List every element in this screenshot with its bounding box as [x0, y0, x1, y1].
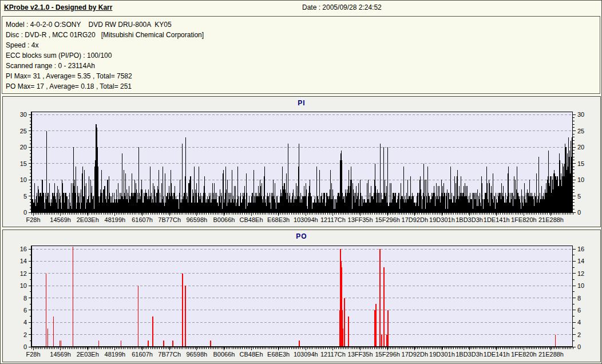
- svg-text:10: 10: [20, 176, 27, 183]
- svg-text:1FE820h: 1FE820h: [511, 216, 537, 223]
- svg-text:1DE141h: 1DE141h: [484, 351, 510, 358]
- svg-text:30: 30: [20, 111, 27, 118]
- pi-chart-svg: 051015202530051015202530F28h14569h2E03Eh…: [3, 97, 600, 227]
- svg-text:30: 30: [577, 111, 584, 118]
- svg-text:15: 15: [577, 160, 584, 167]
- info-scanned-range: Scanned range : 0 - 23114Ah: [6, 61, 95, 71]
- svg-text:15F296h: 15F296h: [375, 216, 399, 223]
- svg-text:21E288h: 21E288h: [538, 216, 564, 223]
- svg-text:E68E3h: E68E3h: [267, 351, 290, 358]
- info-po-summary: PO Max= 17 , Average= 0.18 , Total= 251: [6, 81, 132, 92]
- svg-text:19D301h: 19D301h: [429, 216, 455, 223]
- svg-text:16: 16: [577, 246, 584, 252]
- svg-text:19D301h: 19D301h: [429, 351, 455, 358]
- po-chart-panel: 02468101214160246810121416F28h14569h2E03…: [2, 230, 601, 362]
- kprobe-window: KProbe v2.1.0 - Designed by Karr Date : …: [0, 0, 602, 364]
- svg-text:F28h: F28h: [26, 351, 40, 358]
- svg-text:1FE820h: 1FE820h: [511, 351, 537, 358]
- svg-text:21E288h: 21E288h: [538, 351, 564, 358]
- svg-text:17D92Dh: 17D92Dh: [402, 351, 428, 358]
- svg-text:61607h: 61607h: [132, 216, 153, 223]
- po-chart-svg: 02468101214160246810121416F28h14569h2E03…: [3, 230, 600, 362]
- svg-text:0: 0: [23, 343, 27, 350]
- svg-text:12: 12: [577, 270, 584, 277]
- svg-text:96598h: 96598h: [186, 216, 207, 223]
- app-title: KProbe v2.1.0 - Designed by Karr: [4, 3, 112, 11]
- svg-text:2E03Eh: 2E03Eh: [77, 216, 99, 223]
- svg-text:10: 10: [577, 282, 584, 289]
- svg-text:12117Ch: 12117Ch: [320, 351, 346, 358]
- svg-text:B0066h: B0066h: [213, 216, 235, 223]
- pi-y-axis-labels-right: 051015202530: [577, 111, 584, 216]
- po-y-axis-labels-left: 0246810121416: [20, 246, 27, 350]
- svg-text:13FF35h: 13FF35h: [348, 216, 373, 223]
- po-plot-area: 02468101214160246810121416F28h14569h2E03…: [3, 230, 600, 362]
- pi-y-axis-labels-left: 051015202530: [20, 111, 27, 216]
- svg-text:13FF35h: 13FF35h: [348, 351, 373, 358]
- svg-text:20: 20: [20, 144, 27, 151]
- svg-text:103094h: 103094h: [294, 216, 318, 223]
- scan-info-panel: Model : 4-0-2-0 O:SONY DVD RW DRU-800A K…: [2, 16, 600, 94]
- info-pi-summary: PI Max= 31 , Average= 5.35 , Total= 7582: [6, 71, 132, 81]
- svg-text:10: 10: [577, 176, 584, 183]
- svg-text:16: 16: [20, 246, 27, 252]
- info-ecc-blocks: ECC blocks sum (PI/PO) : 100/100: [6, 50, 112, 61]
- svg-text:B0066h: B0066h: [213, 351, 235, 358]
- svg-text:6: 6: [23, 307, 27, 314]
- po-y-axis-labels-right: 0246810121416: [577, 246, 584, 350]
- svg-text:103094h: 103094h: [294, 351, 318, 358]
- svg-text:14569h: 14569h: [50, 351, 71, 358]
- info-model: Model : 4-0-2-0 O:SONY DVD RW DRU-800A K…: [6, 19, 172, 30]
- svg-text:2: 2: [577, 331, 581, 338]
- svg-text:6: 6: [577, 307, 581, 314]
- svg-text:4: 4: [23, 319, 27, 326]
- svg-text:4: 4: [577, 319, 581, 326]
- svg-text:8: 8: [577, 295, 581, 302]
- svg-text:E68E3h: E68E3h: [267, 216, 290, 223]
- pi-chart-title: PI: [3, 99, 600, 107]
- svg-text:0: 0: [577, 343, 581, 350]
- info-disc: Disc : DVD-R , MCC 01RG20 [Mitsubishi Ch…: [6, 30, 204, 40]
- svg-text:12117Ch: 12117Ch: [320, 216, 346, 223]
- svg-text:0: 0: [577, 209, 581, 216]
- svg-text:1BD3D3h: 1BD3D3h: [456, 216, 483, 223]
- svg-text:CB48Eh: CB48Eh: [240, 216, 263, 223]
- svg-text:7B77Ch: 7B77Ch: [158, 351, 181, 358]
- svg-text:12: 12: [20, 270, 27, 277]
- svg-text:5: 5: [23, 193, 27, 200]
- svg-text:20: 20: [577, 144, 584, 151]
- svg-text:14569h: 14569h: [50, 216, 71, 223]
- pi-plot-area: 051015202530051015202530F28h14569h2E03Eh…: [3, 97, 600, 227]
- pi-x-axis-labels: F28h14569h2E03Eh48199h61607h7B77Ch96598h…: [26, 216, 564, 223]
- svg-text:5: 5: [577, 193, 581, 200]
- svg-text:17D92Dh: 17D92Dh: [402, 216, 428, 223]
- svg-text:15: 15: [20, 160, 27, 167]
- svg-text:25: 25: [20, 128, 27, 134]
- svg-text:0: 0: [23, 209, 27, 216]
- svg-text:7B77Ch: 7B77Ch: [158, 216, 181, 223]
- svg-text:25: 25: [577, 128, 584, 134]
- pi-chart-panel: 051015202530051015202530F28h14569h2E03Eh…: [2, 96, 601, 227]
- svg-text:2: 2: [23, 331, 27, 338]
- svg-text:15F296h: 15F296h: [375, 351, 399, 358]
- svg-text:1DE141h: 1DE141h: [484, 216, 510, 223]
- svg-text:48199h: 48199h: [105, 351, 126, 358]
- svg-text:8: 8: [23, 295, 27, 302]
- po-plot-background: [31, 246, 573, 347]
- svg-text:CB48Eh: CB48Eh: [240, 351, 263, 358]
- po-chart-title: PO: [3, 232, 600, 240]
- svg-text:14: 14: [20, 258, 27, 264]
- svg-text:48199h: 48199h: [105, 216, 126, 223]
- svg-text:1BD3D3h: 1BD3D3h: [456, 351, 483, 358]
- svg-text:96598h: 96598h: [186, 351, 207, 358]
- svg-text:2E03Eh: 2E03Eh: [77, 351, 99, 358]
- svg-text:F28h: F28h: [26, 216, 40, 223]
- svg-text:14: 14: [577, 258, 584, 264]
- svg-text:61607h: 61607h: [132, 351, 153, 358]
- po-x-axis-labels: F28h14569h2E03Eh48199h61607h7B77Ch96598h…: [26, 351, 564, 358]
- svg-text:10: 10: [20, 282, 27, 289]
- info-speed: Speed : 4x: [6, 40, 38, 50]
- scan-date: Date : 2005/09/28 2:24:52: [302, 3, 382, 11]
